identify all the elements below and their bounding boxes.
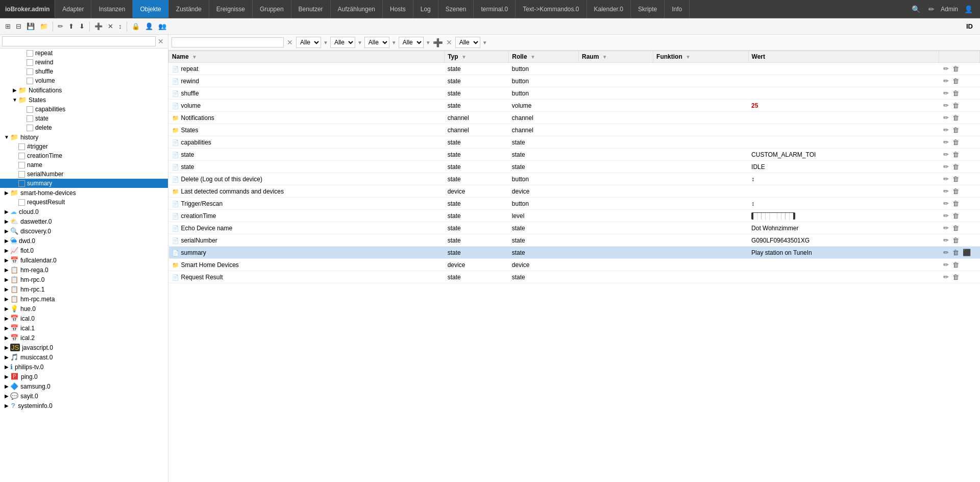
- row-edit-btn[interactable]: ✏: [942, 126, 950, 134]
- nav-tab-kalender0[interactable]: Kalender.0: [587, 0, 631, 18]
- tree-item[interactable]: ▶🔍discovery.0: [0, 226, 168, 236]
- file-checkbox[interactable]: [27, 59, 33, 66]
- tree-item[interactable]: ▶📋hm-rega.0: [0, 265, 168, 275]
- filter-raum-select[interactable]: Alle: [364, 37, 389, 48]
- nav-tab-hosts[interactable]: Hosts: [383, 0, 413, 18]
- tree-item[interactable]: summary: [0, 179, 168, 188]
- file-checkbox[interactable]: [27, 115, 33, 122]
- row-edit-btn[interactable]: ✏: [942, 64, 950, 73]
- nav-tab-skripte[interactable]: Skripte: [631, 0, 665, 18]
- tb-folder-btn[interactable]: 📁: [38, 21, 50, 31]
- file-checkbox[interactable]: [18, 199, 25, 206]
- tb-down-btn[interactable]: ⬇: [77, 21, 87, 31]
- tb-edit-btn[interactable]: ✏: [56, 21, 65, 31]
- tree-item[interactable]: ▶📋hm-rpc.0: [0, 275, 168, 284]
- table-row[interactable]: 📄statestatestateCUSTOM_ALARM_TOI ✏ 🗑: [169, 149, 980, 161]
- row-edit-btn[interactable]: ✏: [942, 113, 950, 122]
- row-edit-btn[interactable]: ✏: [942, 138, 950, 147]
- tree-item[interactable]: ▶📁Notifications: [0, 85, 168, 95]
- row-edit-btn[interactable]: ✏: [942, 162, 950, 171]
- row-delete-btn[interactable]: 🗑: [951, 89, 960, 98]
- table-row[interactable]: 📄repeatstatebutton ✏ 🗑: [169, 63, 980, 75]
- tree-item[interactable]: creationTime: [0, 151, 168, 160]
- tree-item[interactable]: ▶JSjavascript.0: [0, 343, 168, 352]
- row-delete-btn[interactable]: 🗑: [951, 64, 960, 73]
- tb-save-btn[interactable]: 💾: [24, 21, 37, 31]
- tree-item[interactable]: serialNumber: [0, 170, 168, 179]
- row-edit-btn[interactable]: ✏: [942, 77, 950, 85]
- row-delete-btn[interactable]: 🗑: [951, 236, 960, 245]
- row-delete-btn[interactable]: 🗑: [951, 273, 960, 281]
- tree-item[interactable]: ▶?systeminfo.0: [0, 401, 168, 411]
- tree-item[interactable]: ▶📋hm-rpc.1: [0, 284, 168, 294]
- tb-group-btn[interactable]: 👥: [156, 21, 168, 31]
- tree-item[interactable]: ▶📅fullcalendar.0: [0, 255, 168, 265]
- tb-add-btn[interactable]: ➕: [92, 21, 105, 31]
- table-row[interactable]: 📄statestatestateIDLE ✏ 🗑: [169, 161, 980, 173]
- row-delete-btn[interactable]: 🗑: [951, 138, 960, 147]
- nav-tab-adapter[interactable]: Adapter: [55, 0, 91, 18]
- row-delete-btn[interactable]: 🗑: [951, 101, 960, 110]
- filter-wert-clear[interactable]: ✕: [445, 38, 453, 46]
- tree-item[interactable]: ▶🅿ping.0: [0, 372, 168, 381]
- filter-rolle-select[interactable]: Alle: [330, 37, 355, 48]
- nav-tab-log[interactable]: Log: [413, 0, 438, 18]
- tb-swap-btn[interactable]: ↕: [116, 21, 124, 31]
- filter-add-btn[interactable]: ➕: [433, 38, 443, 47]
- filter-name-clear[interactable]: ✕: [286, 38, 294, 46]
- tb-collapse-btn[interactable]: ⊟: [14, 21, 23, 31]
- row-delete-btn[interactable]: 🗑: [951, 260, 960, 269]
- nav-tab-info[interactable]: Info: [665, 0, 690, 18]
- row-edit-btn[interactable]: ✏: [942, 260, 950, 269]
- file-checkbox[interactable]: [27, 125, 33, 131]
- tree-search-input[interactable]: [2, 36, 156, 46]
- table-row[interactable]: 📄Trigger/Rescanstatebutton↕ ✏ 🗑: [169, 198, 980, 210]
- tree-item[interactable]: ▶📋hm-rpc.meta: [0, 294, 168, 304]
- nav-tab-objekte[interactable]: Objekte: [133, 0, 168, 18]
- filter-wert-select[interactable]: Alle: [455, 37, 480, 48]
- tree-item[interactable]: repeat: [0, 49, 168, 58]
- tb-lock-btn[interactable]: 🔒: [130, 21, 142, 31]
- row-edit-btn[interactable]: ✏: [942, 224, 950, 232]
- row-edit-btn[interactable]: ✏: [942, 248, 950, 257]
- file-checkbox[interactable]: [27, 106, 33, 113]
- tb-expand-btn[interactable]: ⊞: [3, 21, 13, 31]
- tree-item[interactable]: ▶📁smart-home-devices: [0, 188, 168, 198]
- nav-tab-ereignisse[interactable]: Ereignisse: [209, 0, 253, 18]
- tree-item[interactable]: ▶☁cloud.0: [0, 207, 168, 216]
- row-edit-btn[interactable]: ✏: [942, 273, 950, 281]
- row-edit-btn[interactable]: ✏: [942, 89, 950, 98]
- tree-item[interactable]: ▶📅ical.1: [0, 323, 168, 333]
- nav-tab-zustaende[interactable]: Zustände: [169, 0, 209, 18]
- tree-item[interactable]: requestResult: [0, 198, 168, 207]
- table-row[interactable]: 📄volumestatevolume25 ✏ 🗑: [169, 100, 980, 112]
- file-checkbox[interactable]: [18, 171, 25, 178]
- tree-item[interactable]: name: [0, 160, 168, 170]
- tree-item[interactable]: shuffle: [0, 67, 168, 76]
- tree-item[interactable]: capabilities: [0, 105, 168, 114]
- table-row[interactable]: 📄capabilitiesstatestate ✏ 🗑: [169, 136, 980, 149]
- row-delete-btn[interactable]: 🗑: [951, 175, 960, 183]
- row-delete-btn[interactable]: 🗑: [951, 224, 960, 232]
- table-row[interactable]: 📄rewindstatebutton ✏ 🗑: [169, 75, 980, 87]
- table-row[interactable]: 📄serialNumberstatestateG090LF09643501XG …: [169, 234, 980, 247]
- filter-funktion-select[interactable]: Alle: [399, 37, 424, 48]
- row-delete-btn[interactable]: 🗑: [951, 187, 960, 196]
- table-row[interactable]: 📄creationTimestatelevel██████████ ✏ 🗑: [169, 210, 980, 222]
- tree-item[interactable]: ▶🌦dwd.0: [0, 236, 168, 246]
- nav-tab-benutzer[interactable]: Benutzer: [291, 0, 331, 18]
- row-delete-btn[interactable]: 🗑: [951, 77, 960, 85]
- file-checkbox[interactable]: [27, 68, 33, 75]
- tree-item[interactable]: ▶📈flot.0: [0, 246, 168, 255]
- table-row[interactable]: 📄shufflestatebutton ✏ 🗑: [169, 87, 980, 100]
- nav-tab-instanzen[interactable]: Instanzen: [91, 0, 133, 18]
- filter-name-input[interactable]: [172, 37, 284, 47]
- tree-item[interactable]: #trigger: [0, 142, 168, 151]
- tb-remove-btn[interactable]: ✕: [106, 21, 115, 31]
- row-edit-btn[interactable]: ✏: [942, 175, 950, 183]
- table-row[interactable]: 📄summarystatestatePlay station on TuneIn…: [169, 247, 980, 259]
- row-edit-btn[interactable]: ✏: [942, 150, 950, 159]
- nav-tab-aufzaehlungen[interactable]: Aufzählungen: [331, 0, 383, 18]
- nav-tab-textkommandos[interactable]: Text->Kommandos.0: [516, 0, 586, 18]
- file-checkbox[interactable]: [18, 180, 25, 187]
